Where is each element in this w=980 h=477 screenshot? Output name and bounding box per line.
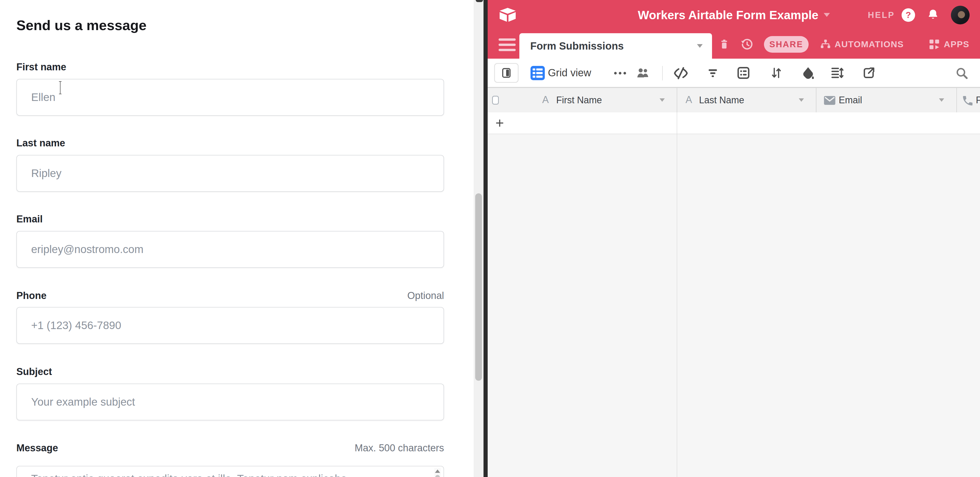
phone-field-type-icon <box>962 95 974 107</box>
single-line-text-icon: A <box>542 94 549 105</box>
message-textarea[interactable]: Tenetur optio quaerat expedita vero et i… <box>16 466 444 477</box>
share-view-icon[interactable] <box>862 66 876 80</box>
help-question-icon[interactable]: ? <box>902 8 915 22</box>
help-button[interactable]: HELP <box>868 10 895 20</box>
trash-icon[interactable] <box>719 39 730 50</box>
table-tab-label: Form Submissions <box>530 40 624 52</box>
grid-header-row: A First Name A Last Name Email <box>488 87 980 113</box>
text-cursor <box>58 81 63 95</box>
group-icon[interactable] <box>737 66 751 80</box>
ellipsis-icon[interactable] <box>613 70 627 76</box>
primary-column-separator <box>677 113 677 477</box>
base-title-caret-icon[interactable] <box>824 13 830 17</box>
column-caret-icon[interactable] <box>799 98 804 102</box>
phone-label: Phone <box>16 290 46 301</box>
record-color-icon[interactable] <box>801 66 815 80</box>
airtable-window: Workers Airtable Form Example HELP ? For… <box>488 0 980 477</box>
message-maxchars-hint: Max. 500 characters <box>355 442 444 454</box>
phone-optional-hint: Optional <box>407 290 444 301</box>
first-name-label: First name <box>16 62 66 73</box>
message-placeholder: Tenetur optio quaerat expedita vero et i… <box>31 472 347 477</box>
hide-fields-icon[interactable] <box>674 67 688 80</box>
view-name-label[interactable]: Grid view <box>548 67 591 79</box>
subject-label: Subject <box>16 366 52 377</box>
phone-field[interactable] <box>16 307 444 344</box>
column-caret-icon[interactable] <box>660 98 665 102</box>
contact-form-pane: Send us a message First name Last name E… <box>0 0 474 477</box>
column-resize-handle[interactable] <box>816 88 816 113</box>
screenshot-root: Send us a message First name Last name E… <box>0 0 980 477</box>
page-scrollbar-thumb[interactable] <box>475 193 482 381</box>
grid-view-icon[interactable] <box>530 66 545 80</box>
scrollbar-top-nub <box>476 0 483 2</box>
airtable-topbar: Workers Airtable Form Example HELP ? <box>488 0 980 30</box>
table-caret-icon[interactable] <box>697 44 703 48</box>
view-toolbar: Grid view <box>488 59 980 87</box>
scroll-up-icon[interactable] <box>435 469 440 473</box>
apps-button[interactable]: APPS <box>928 38 969 51</box>
history-icon[interactable] <box>741 38 753 51</box>
last-name-label: Last name <box>16 138 65 149</box>
email-field[interactable] <box>16 231 444 268</box>
avatar[interactable] <box>951 6 970 24</box>
view-sidebar-toggle-button[interactable] <box>494 63 519 83</box>
base-title[interactable]: Workers Airtable Form Example <box>638 8 818 22</box>
email-label: Email <box>16 214 43 225</box>
sidebar-toggle-icon <box>501 66 512 80</box>
hamburger-menu-icon[interactable] <box>499 38 516 51</box>
collaborators-icon[interactable] <box>636 67 651 80</box>
first-name-input[interactable] <box>16 79 444 116</box>
sort-icon[interactable] <box>770 66 783 80</box>
search-icon[interactable] <box>955 67 969 81</box>
row-height-icon[interactable] <box>830 66 844 80</box>
message-scrollbar-thumb[interactable] <box>435 475 440 477</box>
message-scrollbar[interactable] <box>434 468 441 477</box>
form-title: Send us a message <box>16 17 146 33</box>
column-resize-handle[interactable] <box>956 88 957 113</box>
toolbar-divider <box>662 66 663 81</box>
column-resize-handle[interactable] <box>677 88 677 113</box>
add-record-row[interactable]: + <box>488 113 980 134</box>
subject-field[interactable] <box>16 384 444 420</box>
share-button[interactable]: SHARE <box>764 36 809 53</box>
tab-form-submissions[interactable]: Form Submissions <box>519 33 712 59</box>
bell-icon[interactable] <box>926 8 940 22</box>
select-all-checkbox[interactable] <box>492 96 499 105</box>
filter-icon[interactable] <box>706 67 719 79</box>
message-label: Message <box>16 442 58 454</box>
email-field-type-icon <box>824 96 835 105</box>
airtable-tabbar: Form Submissions SHARE <box>488 30 980 59</box>
add-record-plus-icon[interactable]: + <box>495 114 504 132</box>
apps-icon <box>928 38 940 51</box>
window-divider <box>484 0 488 477</box>
last-name-input[interactable] <box>16 155 444 192</box>
automations-icon <box>819 38 832 50</box>
single-line-text-icon: A <box>686 94 692 105</box>
automations-button[interactable]: AUTOMATIONS <box>819 38 904 50</box>
column-caret-icon[interactable] <box>939 98 944 102</box>
